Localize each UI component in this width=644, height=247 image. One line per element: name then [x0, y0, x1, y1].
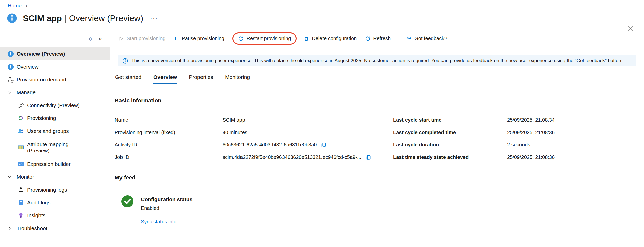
- got-feedback-label: Got feedback?: [414, 36, 447, 41]
- annotation-highlight-ring: Restart provisioning: [232, 32, 297, 45]
- sidebar-section-monitor[interactable]: Monitor: [0, 170, 110, 183]
- resize-handle-icon[interactable]: ◇: [89, 36, 92, 41]
- code-icon: [18, 161, 24, 167]
- tab-overview[interactable]: Overview: [153, 73, 177, 84]
- users-icon: [18, 128, 24, 134]
- tab-properties[interactable]: Properties: [188, 73, 214, 84]
- table-icon: [18, 144, 24, 151]
- start-provisioning-button[interactable]: Start provisioning: [118, 36, 166, 41]
- collapse-sidebar-icon[interactable]: «: [99, 35, 102, 42]
- basic-information-grid: Name SCIM app Provisioning interval (fix…: [115, 114, 644, 163]
- info-icon: [122, 58, 128, 64]
- delete-configuration-button[interactable]: Delete configuration: [304, 36, 357, 41]
- lightbulb-icon: [18, 212, 24, 219]
- provisioning-sync-icon: [18, 115, 24, 121]
- app-name: SCIM app: [23, 13, 62, 23]
- trash-icon: [304, 36, 309, 41]
- info-row-provisioning-interval: Provisioning interval (fixed) 40 minutes: [115, 126, 393, 139]
- tab-bar: Get started Overview Properties Monitori…: [115, 73, 644, 84]
- person-log-icon: [18, 187, 24, 193]
- basic-info-right-column: Last cycle start time 25/09/2025, 21:08:…: [393, 114, 644, 163]
- field-value: 40 minutes: [223, 130, 247, 135]
- info-row-steady-state: Last time steady state achieved 25/09/20…: [393, 151, 644, 163]
- sidebar-section-troubleshoot[interactable]: Troubleshoot: [0, 222, 110, 235]
- info-row-job-id: Job ID scim.4da2272f9f5e40be963463620e51…: [115, 151, 393, 163]
- field-value: scim.4da2272f9f5e40be963463620e513321.ec…: [223, 154, 361, 160]
- info-banner-text: This is a new version of the provisionin…: [131, 58, 622, 64]
- field-label: Job ID: [115, 154, 223, 160]
- configuration-status-value: Enabled: [141, 205, 192, 211]
- field-label: Last cycle start time: [393, 117, 507, 123]
- field-label: Provisioning interval (fixed): [115, 130, 223, 135]
- breadcrumb: Home ›: [0, 0, 644, 9]
- pause-provisioning-button[interactable]: Pause provisioning: [174, 36, 224, 41]
- sidebar-item-expression-builder[interactable]: Expression builder: [0, 158, 110, 170]
- sidebar-section-label: Manage: [17, 89, 36, 96]
- breadcrumb-home-link[interactable]: Home: [8, 3, 22, 8]
- sidebar-item-overview-preview[interactable]: Overview (Preview): [0, 47, 110, 60]
- configuration-status-card: Configuration status Enabled Sync status…: [115, 189, 271, 233]
- sidebar-item-insights[interactable]: Insights: [0, 209, 110, 222]
- sidebar-section-manage[interactable]: Manage: [0, 86, 110, 99]
- sidebar-item-label: Overview: [17, 64, 39, 70]
- close-button[interactable]: [627, 25, 635, 32]
- refresh-icon: [365, 36, 370, 41]
- refresh-label: Refresh: [373, 36, 391, 41]
- field-value: 2 seconds: [507, 142, 530, 148]
- field-label: Name: [115, 117, 223, 123]
- tab-monitoring[interactable]: Monitoring: [225, 73, 250, 84]
- content-pane: Start provisioning Pause provisioning Re…: [110, 30, 644, 238]
- copy-job-id-button[interactable]: [366, 154, 372, 160]
- sidebar-item-connectivity[interactable]: Connectivity (Preview): [0, 99, 110, 112]
- got-feedback-button[interactable]: Got feedback?: [406, 36, 447, 41]
- field-value: 25/09/2025, 21:08:36: [507, 130, 555, 135]
- delete-configuration-label: Delete configuration: [312, 36, 357, 41]
- copy-activity-id-button[interactable]: [321, 142, 327, 148]
- field-label: Last cycle completed time: [393, 130, 507, 135]
- refresh-button[interactable]: Refresh: [365, 36, 391, 41]
- info-row-name: Name SCIM app: [115, 114, 393, 126]
- tab-get-started[interactable]: Get started: [115, 73, 142, 84]
- field-label: Last time steady state achieved: [393, 154, 507, 160]
- sidebar-item-label: Connectivity (Preview): [27, 102, 80, 108]
- field-value: 80c63621-62a5-4d03-bf82-6a6811e0b3a0: [223, 142, 317, 148]
- my-feed-heading: My feed: [115, 174, 644, 181]
- sync-status-info-link[interactable]: Sync status info: [141, 219, 176, 225]
- book-icon: [18, 199, 24, 206]
- sidebar-controls: ◇ «: [0, 30, 110, 47]
- sidebar-item-attribute-mapping[interactable]: Attribute mapping (Preview): [0, 137, 110, 158]
- info-row-last-cycle-completed: Last cycle completed time 25/09/2025, 21…: [393, 126, 644, 139]
- info-row-last-cycle-duration: Last cycle duration 2 seconds: [393, 139, 644, 151]
- sidebar-item-label: Audit logs: [27, 200, 50, 206]
- restart-icon: [238, 36, 244, 41]
- breadcrumb-chevron-icon: ›: [26, 3, 27, 8]
- sidebar-item-audit-logs[interactable]: Audit logs: [0, 196, 110, 209]
- sidebar-item-label: Provisioning logs: [27, 187, 67, 193]
- sidebar-item-provisioning-logs[interactable]: Provisioning logs: [0, 183, 110, 196]
- close-icon: [627, 25, 635, 32]
- toolbar-divider: [399, 34, 399, 43]
- restart-provisioning-button[interactable]: Restart provisioning: [238, 36, 291, 41]
- info-circle-icon: [7, 51, 14, 57]
- pause-provisioning-label: Pause provisioning: [182, 36, 224, 41]
- field-value: 25/09/2025, 21:08:34: [507, 117, 555, 123]
- sidebar-item-provision-on-demand[interactable]: Provision on demand: [0, 73, 110, 86]
- main-layout: ◇ « Overview (Preview) Overview Prov: [0, 30, 644, 238]
- sidebar-item-label: Insights: [27, 212, 45, 219]
- sidebar: ◇ « Overview (Preview) Overview Prov: [0, 30, 110, 238]
- configuration-status-title: Configuration status: [141, 196, 192, 202]
- sidebar-item-users-and-groups[interactable]: Users and groups: [0, 125, 110, 137]
- person-sync-icon: [7, 76, 14, 83]
- field-value: 25/09/2025, 21:08:36: [507, 154, 555, 160]
- success-check-icon: [121, 195, 134, 208]
- sidebar-item-label: Attribute mapping (Preview): [27, 141, 81, 154]
- sidebar-item-overview[interactable]: Overview: [0, 60, 110, 73]
- restart-provisioning-label: Restart provisioning: [247, 36, 291, 41]
- play-icon: [118, 36, 124, 41]
- info-circle-icon: [7, 64, 14, 70]
- basic-information-heading: Basic information: [115, 97, 644, 104]
- copy-icon: [321, 142, 327, 148]
- sidebar-item-provisioning[interactable]: Provisioning: [0, 112, 110, 125]
- field-label: Activity ID: [115, 142, 223, 148]
- more-options-icon[interactable]: ···: [150, 15, 158, 21]
